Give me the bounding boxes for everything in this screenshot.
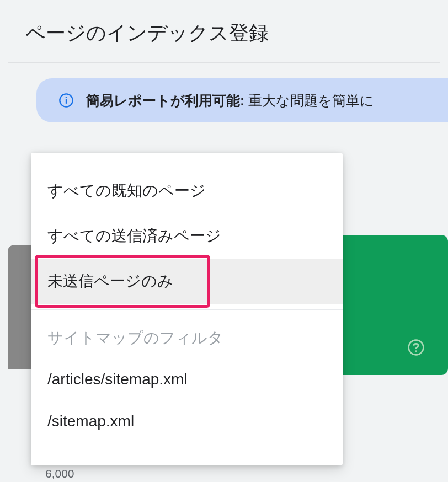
help-icon[interactable] <box>407 339 425 356</box>
dropdown-item-all-known[interactable]: すべての既知のページ <box>31 168 343 213</box>
stats-panel-shadow <box>8 245 32 369</box>
filter-dropdown: すべての既知のページ すべての送信済みページ 未送信ページのみ サイトマップのフ… <box>31 153 343 465</box>
dropdown-item-all-submitted[interactable]: すべての送信済みページ <box>31 213 343 259</box>
info-banner-bold: 簡易レポートが利用可能: <box>86 93 244 108</box>
info-banner[interactable]: 簡易レポートが利用可能: 重大な問題を簡単に <box>36 78 448 122</box>
info-banner-rest: 重大な問題を簡単に <box>244 93 374 108</box>
info-banner-text: 簡易レポートが利用可能: 重大な問題を簡単に <box>86 92 374 110</box>
header-divider <box>8 62 440 63</box>
dropdown-section-label: サイトマップのフィルタ <box>31 320 343 358</box>
dropdown-item-unsubmitted-only[interactable]: 未送信ページのみ <box>31 259 343 304</box>
dropdown-divider <box>31 309 343 310</box>
dropdown-sitemap-articles[interactable]: /articles/sitemap.xml <box>31 358 343 400</box>
svg-point-4 <box>415 350 417 352</box>
chart-y-axis-tick: 6,000 <box>45 467 74 480</box>
page-title: ページのインデックス登録 <box>0 0 448 62</box>
dropdown-sitemap-root[interactable]: /sitemap.xml <box>31 400 343 442</box>
svg-point-2 <box>66 97 67 98</box>
info-icon <box>58 93 74 108</box>
